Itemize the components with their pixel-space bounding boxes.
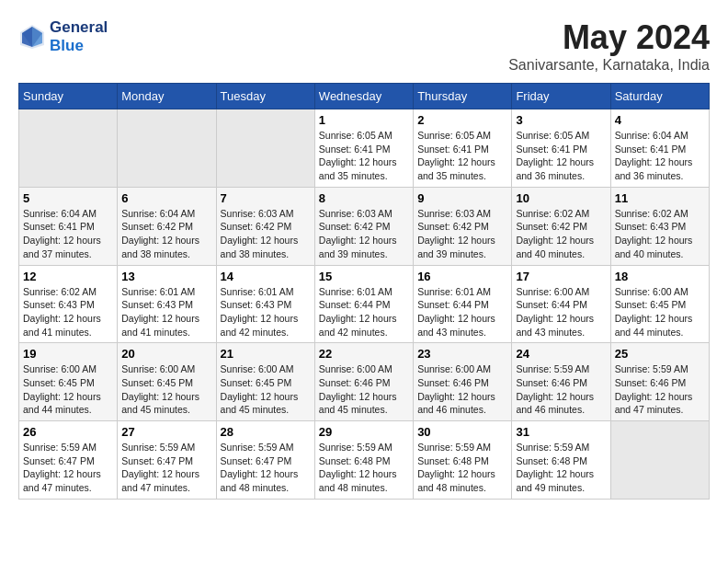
calendar-week-row: 19Sunrise: 6:00 AMSunset: 6:45 PMDayligh… — [19, 343, 710, 421]
weekday-header-sunday: Sunday — [19, 84, 118, 109]
calendar-header-row: SundayMondayTuesdayWednesdayThursdayFrid… — [19, 84, 710, 109]
day-number: 17 — [516, 270, 606, 283]
day-info: Sunrise: 5:59 AMSunset: 6:48 PMDaylight:… — [319, 441, 409, 495]
day-number: 14 — [221, 270, 311, 283]
title-block: May 2024 Sanivarsante, Karnataka, India — [508, 18, 710, 74]
day-info: Sunrise: 6:04 AMSunset: 6:41 PMDaylight:… — [23, 207, 113, 261]
day-info: Sunrise: 6:00 AMSunset: 6:45 PMDaylight:… — [221, 362, 311, 417]
calendar-cell: 28Sunrise: 5:59 AMSunset: 6:47 PMDayligh… — [216, 421, 314, 500]
calendar-table: SundayMondayTuesdayWednesdayThursdayFrid… — [18, 83, 710, 500]
weekday-header-friday: Friday — [512, 84, 610, 109]
day-info: Sunrise: 6:03 AMSunset: 6:42 PMDaylight:… — [417, 207, 507, 261]
day-number: 16 — [417, 270, 507, 283]
weekday-header-tuesday: Tuesday — [216, 84, 314, 109]
calendar-title: May 2024 — [508, 18, 710, 57]
day-info: Sunrise: 6:04 AMSunset: 6:42 PMDaylight:… — [121, 207, 211, 261]
day-number: 20 — [121, 347, 211, 361]
page-header: General Blue May 2024 Sanivarsante, Karn… — [18, 18, 710, 74]
day-number: 10 — [516, 191, 606, 205]
calendar-cell: 9Sunrise: 6:03 AMSunset: 6:42 PMDaylight… — [414, 187, 512, 265]
weekday-header-wednesday: Wednesday — [314, 84, 413, 109]
calendar-cell: 15Sunrise: 6:01 AMSunset: 6:44 PMDayligh… — [314, 265, 413, 343]
day-number: 8 — [319, 191, 409, 205]
calendar-cell: 26Sunrise: 5:59 AMSunset: 6:47 PMDayligh… — [19, 421, 118, 500]
day-number: 4 — [615, 113, 705, 127]
day-number: 1 — [319, 113, 409, 127]
day-number: 11 — [615, 191, 705, 205]
calendar-cell: 12Sunrise: 6:02 AMSunset: 6:43 PMDayligh… — [19, 265, 118, 343]
day-number: 24 — [516, 347, 606, 361]
calendar-cell: 18Sunrise: 6:00 AMSunset: 6:45 PMDayligh… — [610, 265, 709, 343]
day-info: Sunrise: 6:05 AMSunset: 6:41 PMDaylight:… — [417, 129, 507, 183]
day-info: Sunrise: 5:59 AMSunset: 6:47 PMDaylight:… — [221, 441, 311, 495]
day-info: Sunrise: 6:00 AMSunset: 6:45 PMDaylight:… — [615, 285, 705, 339]
calendar-week-row: 12Sunrise: 6:02 AMSunset: 6:43 PMDayligh… — [19, 265, 710, 343]
day-number: 19 — [23, 347, 113, 361]
day-number: 2 — [417, 113, 507, 127]
logo-text: General Blue — [50, 18, 108, 55]
day-number: 9 — [417, 191, 507, 205]
day-info: Sunrise: 6:00 AMSunset: 6:44 PMDaylight:… — [516, 285, 606, 339]
day-info: Sunrise: 6:00 AMSunset: 6:46 PMDaylight:… — [417, 362, 507, 417]
calendar-cell: 20Sunrise: 6:00 AMSunset: 6:45 PMDayligh… — [118, 343, 216, 421]
day-number: 3 — [516, 113, 606, 127]
weekday-header-thursday: Thursday — [414, 84, 512, 109]
day-number: 31 — [516, 425, 606, 439]
calendar-cell: 25Sunrise: 5:59 AMSunset: 6:46 PMDayligh… — [610, 343, 709, 421]
weekday-header-monday: Monday — [118, 84, 216, 109]
day-info: Sunrise: 6:04 AMSunset: 6:41 PMDaylight:… — [615, 129, 705, 183]
calendar-cell: 14Sunrise: 6:01 AMSunset: 6:43 PMDayligh… — [216, 265, 314, 343]
calendar-cell: 11Sunrise: 6:02 AMSunset: 6:43 PMDayligh… — [610, 187, 709, 265]
calendar-cell: 6Sunrise: 6:04 AMSunset: 6:42 PMDaylight… — [118, 187, 216, 265]
calendar-cell: 13Sunrise: 6:01 AMSunset: 6:43 PMDayligh… — [118, 265, 216, 343]
day-info: Sunrise: 5:59 AMSunset: 6:47 PMDaylight:… — [23, 441, 113, 495]
day-number: 23 — [417, 347, 507, 361]
calendar-cell: 7Sunrise: 6:03 AMSunset: 6:42 PMDaylight… — [216, 187, 314, 265]
day-number: 5 — [23, 191, 113, 205]
day-info: Sunrise: 5:59 AMSunset: 6:48 PMDaylight:… — [417, 441, 507, 495]
calendar-location: Sanivarsante, Karnataka, India — [508, 57, 710, 74]
calendar-week-row: 5Sunrise: 6:04 AMSunset: 6:41 PMDaylight… — [19, 187, 710, 265]
day-info: Sunrise: 6:05 AMSunset: 6:41 PMDaylight:… — [319, 129, 409, 183]
calendar-cell — [19, 109, 118, 188]
day-number: 28 — [221, 425, 311, 439]
day-number: 7 — [221, 191, 311, 205]
calendar-cell: 24Sunrise: 5:59 AMSunset: 6:46 PMDayligh… — [512, 343, 610, 421]
calendar-cell: 23Sunrise: 6:00 AMSunset: 6:46 PMDayligh… — [414, 343, 512, 421]
day-number: 18 — [615, 270, 705, 283]
calendar-cell: 30Sunrise: 5:59 AMSunset: 6:48 PMDayligh… — [414, 421, 512, 500]
day-info: Sunrise: 5:59 AMSunset: 6:48 PMDaylight:… — [516, 441, 606, 495]
calendar-cell: 2Sunrise: 6:05 AMSunset: 6:41 PMDaylight… — [414, 109, 512, 188]
day-info: Sunrise: 6:01 AMSunset: 6:44 PMDaylight:… — [319, 285, 409, 339]
calendar-cell: 19Sunrise: 6:00 AMSunset: 6:45 PMDayligh… — [19, 343, 118, 421]
day-info: Sunrise: 6:00 AMSunset: 6:46 PMDaylight:… — [319, 362, 409, 417]
day-number: 27 — [121, 425, 211, 439]
day-info: Sunrise: 6:01 AMSunset: 6:43 PMDaylight:… — [221, 285, 311, 339]
day-info: Sunrise: 6:03 AMSunset: 6:42 PMDaylight:… — [319, 207, 409, 261]
calendar-cell: 4Sunrise: 6:04 AMSunset: 6:41 PMDaylight… — [610, 109, 709, 188]
day-number: 6 — [121, 191, 211, 205]
calendar-cell: 17Sunrise: 6:00 AMSunset: 6:44 PMDayligh… — [512, 265, 610, 343]
calendar-cell: 27Sunrise: 5:59 AMSunset: 6:47 PMDayligh… — [118, 421, 216, 500]
calendar-cell: 10Sunrise: 6:02 AMSunset: 6:42 PMDayligh… — [512, 187, 610, 265]
calendar-cell — [216, 109, 314, 188]
calendar-cell: 8Sunrise: 6:03 AMSunset: 6:42 PMDaylight… — [314, 187, 413, 265]
logo: General Blue — [18, 18, 108, 55]
calendar-cell: 29Sunrise: 5:59 AMSunset: 6:48 PMDayligh… — [314, 421, 413, 500]
day-info: Sunrise: 6:02 AMSunset: 6:43 PMDaylight:… — [23, 285, 113, 339]
calendar-week-row: 26Sunrise: 5:59 AMSunset: 6:47 PMDayligh… — [19, 421, 710, 500]
day-number: 12 — [23, 270, 113, 283]
day-info: Sunrise: 6:01 AMSunset: 6:43 PMDaylight:… — [121, 285, 211, 339]
calendar-cell: 5Sunrise: 6:04 AMSunset: 6:41 PMDaylight… — [19, 187, 118, 265]
calendar-cell — [610, 421, 709, 500]
day-number: 22 — [319, 347, 409, 361]
day-number: 29 — [319, 425, 409, 439]
calendar-cell: 3Sunrise: 6:05 AMSunset: 6:41 PMDaylight… — [512, 109, 610, 188]
day-number: 21 — [221, 347, 311, 361]
day-info: Sunrise: 6:00 AMSunset: 6:45 PMDaylight:… — [23, 362, 113, 417]
calendar-cell: 21Sunrise: 6:00 AMSunset: 6:45 PMDayligh… — [216, 343, 314, 421]
day-number: 13 — [121, 270, 211, 283]
day-info: Sunrise: 6:05 AMSunset: 6:41 PMDaylight:… — [516, 129, 606, 183]
day-info: Sunrise: 6:02 AMSunset: 6:43 PMDaylight:… — [615, 207, 705, 261]
calendar-week-row: 1Sunrise: 6:05 AMSunset: 6:41 PMDaylight… — [19, 109, 710, 188]
